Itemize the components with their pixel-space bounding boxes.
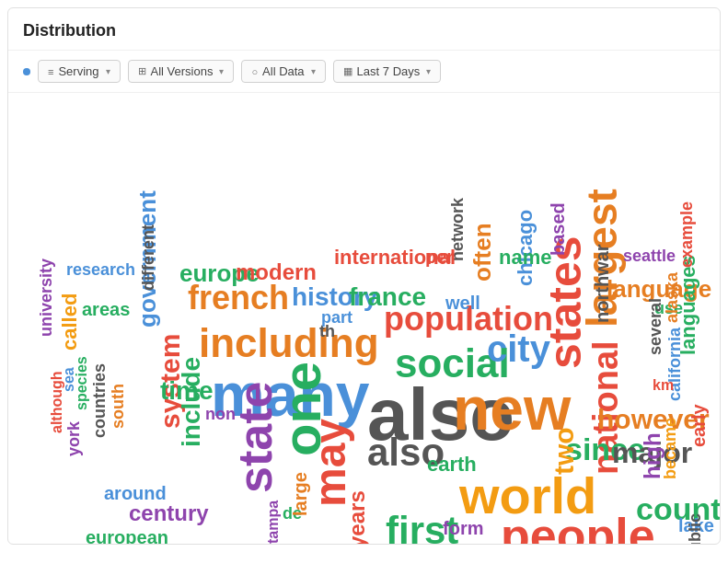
- main-container: Distribution ≡ Serving ▾ ⊞ All Versions …: [7, 7, 721, 545]
- data-icon: ○: [251, 66, 258, 77]
- word-south: south: [110, 384, 126, 429]
- word-name: name: [499, 247, 551, 268]
- days-chevron-icon: ▾: [426, 66, 431, 76]
- serving-icon: ≡: [48, 66, 53, 77]
- word-well: well: [445, 293, 480, 312]
- serving-chevron-icon: ▾: [106, 66, 110, 76]
- calendar-icon: ▦: [343, 65, 352, 77]
- last-7-days-filter[interactable]: ▦ Last 7 Days ▾: [333, 60, 442, 83]
- word-tampa: tampa: [266, 500, 281, 544]
- word-century: century: [129, 502, 209, 524]
- word-research: research: [66, 261, 135, 278]
- word-example: example: [678, 201, 695, 268]
- word-part: part: [321, 309, 352, 326]
- word-large: large: [291, 472, 309, 516]
- word-form: form: [443, 519, 483, 537]
- word-european: european: [86, 528, 168, 544]
- word-northwar: northwar: [593, 244, 611, 323]
- word-modern: modern: [236, 261, 317, 283]
- word-called: called: [60, 293, 80, 351]
- word-different: different: [140, 224, 156, 291]
- all-versions-filter[interactable]: ⊞ All Versions ▾: [128, 60, 235, 83]
- word-countries: countries: [91, 363, 108, 438]
- panel-header: Distribution: [8, 8, 720, 51]
- toolbar-indicator: [23, 68, 30, 75]
- word-two: two: [550, 427, 578, 475]
- word-including: including: [199, 323, 379, 363]
- word-often: often: [470, 223, 494, 282]
- word-areas: areas: [82, 300, 130, 318]
- word-non: non: [205, 406, 236, 422]
- word-cloud: alsomanynewoneworldstatepeoplestateslarg…: [8, 93, 720, 544]
- word-public: public: [687, 513, 703, 544]
- data-chevron-icon: ▾: [311, 66, 316, 76]
- serving-filter[interactable]: ≡ Serving ▾: [38, 60, 121, 83]
- word-several: several: [647, 298, 664, 355]
- versions-icon: ⊞: [138, 65, 146, 77]
- word-early: early: [689, 404, 708, 447]
- word-york: york: [65, 421, 82, 456]
- word-alaska: alaska: [664, 272, 680, 323]
- serving-label: Serving: [58, 64, 98, 78]
- word-became: became: [662, 418, 678, 479]
- word-species: species: [75, 356, 89, 410]
- versions-chevron-icon: ▾: [219, 66, 224, 76]
- word-earth: earth: [427, 454, 477, 475]
- word-seattle: seattle: [623, 247, 676, 264]
- all-data-label: All Data: [262, 64, 305, 78]
- panel-title: Distribution: [23, 21, 116, 40]
- word-people: people: [501, 512, 655, 544]
- word-state: state: [231, 382, 279, 493]
- all-data-filter[interactable]: ○ All Data ▾: [241, 60, 325, 83]
- toolbar: ≡ Serving ▾ ⊞ All Versions ▾ ○ All Data …: [8, 51, 720, 93]
- word-km: km: [653, 378, 674, 393]
- word-university: university: [38, 259, 54, 337]
- word-france: france: [349, 284, 426, 310]
- word-international: international: [334, 247, 456, 268]
- word-time: time: [160, 378, 214, 404]
- all-versions-label: All Versions: [151, 64, 214, 78]
- last-7-days-label: Last 7 Days: [357, 64, 421, 78]
- word-although: although: [50, 371, 64, 433]
- word-around: around: [104, 484, 167, 502]
- word-years: years: [346, 490, 368, 544]
